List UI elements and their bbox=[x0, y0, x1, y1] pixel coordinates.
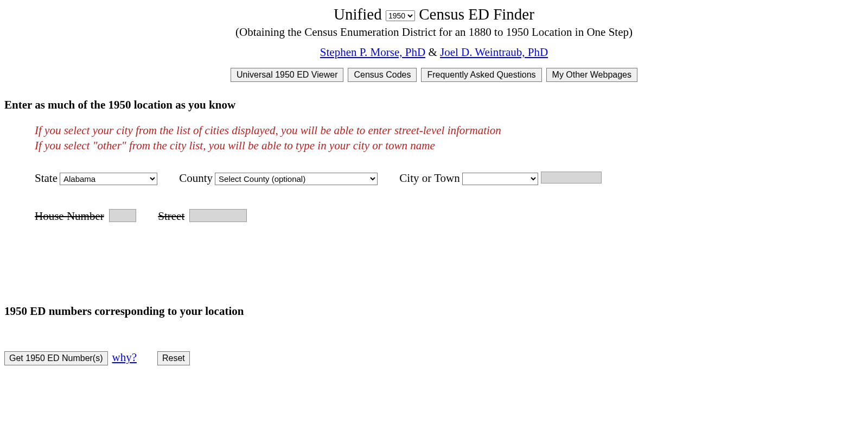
census-codes-button[interactable]: Census Codes bbox=[348, 68, 417, 82]
reset-button[interactable]: Reset bbox=[157, 351, 190, 365]
nav-buttons-row: Universal 1950 ED Viewer Census Codes Fr… bbox=[4, 68, 864, 82]
section-heading-location: Enter as much of the 1950 location as yo… bbox=[4, 98, 864, 112]
city-label: City or Town bbox=[399, 172, 459, 185]
title-prefix: Unified bbox=[334, 5, 382, 23]
hint-line-2: If you select "other" from the city list… bbox=[35, 138, 864, 153]
why-link[interactable]: why? bbox=[112, 351, 137, 364]
house-number-label: House Number bbox=[35, 210, 104, 223]
authors-ampersand: & bbox=[425, 46, 440, 59]
county-select[interactable]: Select County (optional) bbox=[215, 173, 378, 185]
author-link-weintraub[interactable]: Joel D. Weintraub, PhD bbox=[440, 46, 548, 59]
section-heading-ed-numbers: 1950 ED numbers corresponding to your lo… bbox=[4, 305, 864, 318]
location-row-1: StateAlabama CountySelect County (option… bbox=[35, 170, 864, 185]
county-label: County bbox=[179, 172, 213, 185]
other-webpages-button[interactable]: My Other Webpages bbox=[546, 68, 637, 82]
header: Unified 1950 Census ED Finder (Obtaining… bbox=[4, 5, 864, 82]
ed-viewer-button[interactable]: Universal 1950 ED Viewer bbox=[231, 68, 343, 82]
house-number-input-disabled bbox=[109, 209, 136, 222]
bottom-buttons-row: Get 1950 ED Number(s) why? Reset bbox=[4, 351, 864, 365]
location-row-2: House Number Street bbox=[35, 207, 864, 223]
authors-line: Stephen P. Morse, PhD & Joel D. Weintrau… bbox=[4, 46, 864, 59]
year-select[interactable]: 1950 bbox=[386, 10, 415, 21]
get-ed-numbers-button[interactable]: Get 1950 ED Number(s) bbox=[4, 351, 108, 365]
page-title: Unified 1950 Census ED Finder bbox=[4, 5, 864, 23]
faq-button[interactable]: Frequently Asked Questions bbox=[421, 68, 541, 82]
state-select[interactable]: Alabama bbox=[60, 173, 157, 185]
city-select[interactable] bbox=[462, 173, 538, 185]
title-suffix: Census ED Finder bbox=[419, 5, 534, 23]
page-subtitle: (Obtaining the Census Enumeration Distri… bbox=[4, 26, 864, 39]
city-text-input-disabled bbox=[541, 172, 602, 184]
street-input-disabled bbox=[189, 209, 247, 222]
author-link-morse[interactable]: Stephen P. Morse, PhD bbox=[320, 46, 425, 59]
street-label: Street bbox=[158, 210, 184, 223]
hint-line-1: If you select your city from the list of… bbox=[35, 123, 864, 138]
hints-block: If you select your city from the list of… bbox=[35, 123, 864, 154]
state-label: State bbox=[35, 172, 58, 185]
